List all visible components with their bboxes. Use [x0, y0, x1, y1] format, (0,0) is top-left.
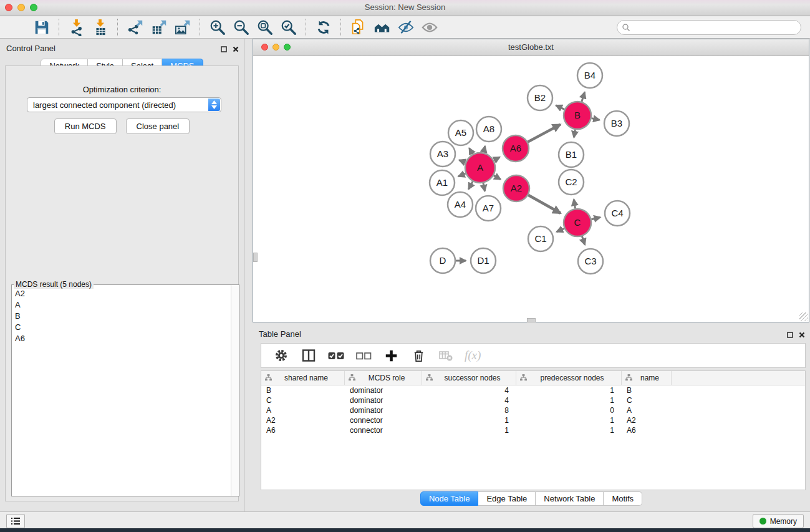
graph-edge-A-A4[interactable] [468, 181, 473, 189]
table-cell[interactable]: 4 [422, 386, 516, 395]
select-all-checkboxes-icon[interactable] [326, 346, 346, 365]
table-cell[interactable]: 1 [516, 426, 622, 435]
table-row[interactable]: Adominator80A [261, 405, 805, 415]
hide-graphics-details-button[interactable] [396, 17, 416, 37]
graph-edge-A-A7[interactable] [483, 183, 485, 191]
table-row[interactable]: A6connector11A6 [261, 425, 805, 435]
table-cell[interactable]: 1 [516, 416, 622, 425]
add-column-icon[interactable] [381, 346, 401, 365]
delete-column-icon[interactable] [408, 346, 428, 365]
export-table-button[interactable] [149, 17, 169, 37]
table-cell[interactable]: 4 [422, 396, 516, 405]
graph-edge-B-B1[interactable] [574, 130, 575, 138]
table-cell[interactable]: 1 [516, 396, 622, 405]
table-cell[interactable]: dominator [345, 386, 422, 395]
export-image-button[interactable] [173, 17, 193, 37]
tab-edge-table[interactable]: Edge Table [478, 491, 536, 506]
close-panel-button[interactable]: Close panel [126, 118, 190, 134]
open-session-button[interactable] [8, 17, 28, 37]
task-history-button[interactable] [6, 514, 25, 528]
import-table-button[interactable] [90, 17, 110, 37]
column-header-predecessor-nodes[interactable]: predecessor nodes [516, 371, 622, 385]
search-input[interactable] [617, 20, 801, 35]
table-row[interactable]: Cdominator41C [261, 395, 805, 405]
zoom-out-button[interactable] [231, 17, 251, 37]
table-cell[interactable]: 1 [422, 416, 516, 425]
graph-edge-C-C3[interactable] [582, 236, 585, 245]
graph-edge-B-B2[interactable] [556, 105, 564, 109]
import-network-button[interactable] [67, 17, 87, 37]
graph-edge-B-B4[interactable] [582, 92, 585, 102]
float-panel-icon[interactable] [787, 329, 793, 341]
graph-edge-C-C4[interactable] [591, 217, 600, 219]
deselect-all-checkboxes-icon[interactable] [354, 346, 374, 365]
table-cell[interactable]: dominator [345, 406, 422, 415]
table-cell[interactable]: 8 [422, 406, 516, 415]
birdseye-left-handle[interactable] [253, 253, 258, 262]
mcds-result-item[interactable]: A6 [12, 332, 231, 344]
table-cell[interactable]: dominator [345, 396, 422, 405]
table-cell[interactable]: A2 [622, 416, 672, 425]
graph-edge-A-A3[interactable] [459, 160, 465, 163]
graph-edge-A-A2[interactable] [494, 175, 501, 179]
mcds-result-item[interactable]: B [12, 310, 231, 321]
mcds-result-item[interactable]: A2 [12, 288, 231, 299]
float-panel-icon[interactable] [221, 44, 227, 55]
mcds-result-scrollbar[interactable] [231, 285, 239, 496]
mcds-result-item[interactable]: A [12, 299, 231, 310]
settings-gear-icon[interactable] [271, 346, 291, 365]
table-cell[interactable]: B [261, 386, 345, 395]
table-cell[interactable]: A2 [261, 416, 345, 425]
graph-edge-A-A6[interactable] [494, 157, 500, 160]
table-cell[interactable]: A [622, 406, 672, 415]
table-cell[interactable]: A6 [622, 426, 672, 435]
column-header-MCDS-role[interactable]: MCDS role [345, 371, 422, 385]
home-button[interactable] [372, 17, 392, 37]
graph-edge-C-C1[interactable] [557, 228, 564, 231]
network-canvas[interactable]: B4B2BB3A5A8A6B1A3AA1C2A2A4A7C4CC1C3DD1 [253, 56, 809, 322]
table-cell[interactable]: C [622, 396, 672, 405]
new-network-from-selection-button[interactable] [349, 17, 369, 37]
zoom-selected-button[interactable] [279, 17, 299, 37]
save-session-button[interactable] [32, 17, 52, 37]
graph-edge-C-C2[interactable] [574, 200, 575, 209]
table-cell[interactable]: 1 [516, 386, 622, 395]
table-cell[interactable]: A [261, 406, 345, 415]
column-header-successor-nodes[interactable]: successor nodes [422, 371, 516, 385]
table-row[interactable]: Bdominator41B [261, 385, 805, 395]
graph-edge-B-B3[interactable] [592, 118, 600, 120]
column-selector-icon[interactable] [299, 346, 319, 365]
table-cell[interactable]: connector [345, 426, 422, 435]
run-mcds-button[interactable]: Run MCDS [54, 118, 117, 134]
table-cell[interactable]: 0 [516, 406, 622, 415]
table-row[interactable]: A2connector11A2 [261, 415, 805, 425]
birdseye-bottom-handle[interactable] [527, 318, 536, 322]
show-graphics-details-button[interactable] [420, 17, 440, 37]
table-cell[interactable]: 1 [422, 426, 516, 435]
memory-button[interactable]: Memory [753, 514, 804, 528]
tab-network-table[interactable]: Network Table [536, 491, 604, 506]
export-network-button[interactable] [125, 17, 145, 37]
table-cell[interactable]: connector [345, 416, 422, 425]
mcds-result-list[interactable]: A2ABCA6 [12, 288, 231, 496]
criterion-dropdown[interactable]: largest connected component (directed) [27, 97, 221, 112]
graph-edge-A-A1[interactable] [458, 173, 466, 177]
graph-edge-A2-C[interactable] [528, 195, 561, 213]
graph-edge-A-A5[interactable] [470, 148, 473, 154]
window-resize-grip[interactable] [799, 312, 808, 321]
column-header-name[interactable]: name [622, 371, 672, 385]
zoom-fit-button[interactable] [255, 17, 275, 37]
table-cell[interactable]: A6 [261, 426, 345, 435]
mcds-result-item[interactable]: C [12, 321, 231, 332]
table-cell[interactable]: B [622, 386, 672, 395]
graph-edge-A6-B[interactable] [528, 125, 560, 142]
refresh-button[interactable] [314, 17, 334, 37]
column-header-shared-name[interactable]: shared name [261, 371, 345, 385]
graph-edge-A-A8[interactable] [484, 146, 485, 152]
tab-motifs[interactable]: Motifs [604, 491, 642, 506]
table-cell[interactable]: C [261, 396, 345, 405]
zoom-in-button[interactable] [208, 17, 228, 37]
tab-node-table[interactable]: Node Table [420, 491, 479, 506]
close-panel-icon[interactable] [799, 329, 805, 341]
close-panel-icon[interactable] [233, 44, 239, 55]
